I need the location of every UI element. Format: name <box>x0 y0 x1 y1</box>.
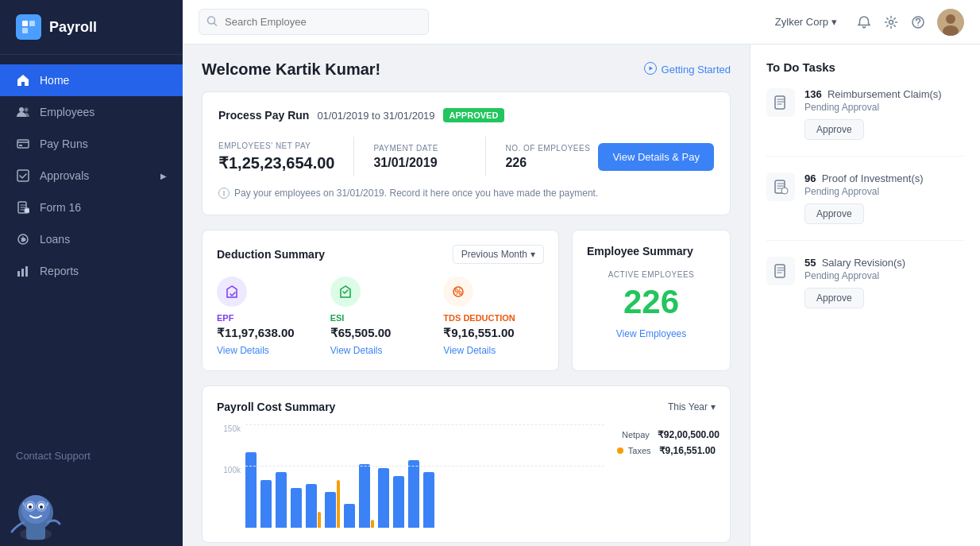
svg-rect-13 <box>25 266 28 277</box>
year-chevron-icon: ▾ <box>711 401 716 412</box>
chart-legend: Netpay ₹92,00,500.00 Taxes ₹9,16,551.00 <box>604 424 716 528</box>
search-container <box>199 9 429 35</box>
topbar: Zylker Corp ▾ <box>183 0 980 45</box>
right-panel: To Do Tasks 136 Reimbursement Claim(s) P… <box>750 45 980 546</box>
cost-chart: 150k 100k <box>217 424 716 528</box>
bar-netpay-2 <box>276 472 287 528</box>
sidebar-item-home[interactable]: Home <box>0 64 183 96</box>
todo-title: To Do Tasks <box>766 60 964 74</box>
bar-group-5 <box>325 480 340 528</box>
sidebar-item-payruns[interactable]: Pay Runs <box>0 128 183 160</box>
form16-icon <box>16 200 30 215</box>
esi-label: ESI <box>330 313 431 323</box>
payment-date-value: 31/01/2019 <box>373 156 466 170</box>
sidebar: Payroll Home Employees Pay Runs Approval… <box>0 0 183 546</box>
bar-netpay-8 <box>378 468 389 528</box>
sidebar-item-loans[interactable]: Loans <box>0 223 183 255</box>
bar-netpay-10 <box>408 460 419 528</box>
todo-text-salary: 55 Salary Revision(s) <box>804 257 964 269</box>
reimbursement-sub: Pending Approval <box>804 102 964 113</box>
reimbursement-approve-button[interactable]: Approve <box>804 119 864 140</box>
deduction-items: EPF ₹11,97,638.00 View Details ESI ₹65,5… <box>217 277 544 356</box>
company-selector[interactable]: Zylker Corp ▾ <box>775 16 837 28</box>
svg-point-37 <box>781 188 788 194</box>
investment-approve-button[interactable]: Approve <box>804 203 864 224</box>
bar-taxes-5 <box>337 480 340 528</box>
todo-item-reimbursement: 136 Reimbursement Claim(s) Pending Appro… <box>766 88 964 157</box>
avatar[interactable] <box>937 9 964 36</box>
esi-view-details-link[interactable]: View Details <box>330 345 431 356</box>
getting-started-label: Getting Started <box>662 64 731 76</box>
sidebar-item-form16[interactable]: Form 16 <box>0 192 183 223</box>
main-area: Zylker Corp ▾ Welcome Kartik Kumar! <box>183 0 980 546</box>
payrun-header: Process Pay Run 01/01/2019 to 31/01/2019… <box>218 108 714 122</box>
welcome-title: Welcome Kartik Kumar! <box>202 60 380 79</box>
bar-group-2 <box>276 472 287 528</box>
bars-container <box>245 424 604 528</box>
payrun-card: Process Pay Run 01/01/2019 to 31/01/2019… <box>202 91 731 215</box>
svg-point-4 <box>25 108 29 112</box>
svg-point-27 <box>917 25 919 26</box>
epf-view-details-link[interactable]: View Details <box>217 345 318 356</box>
payrun-note: Pay your employees on 31/01/2019. Record… <box>218 188 714 199</box>
salary-icon <box>766 257 795 285</box>
cost-title: Payroll Cost Summary <box>217 401 335 413</box>
employees-icon <box>16 105 30 119</box>
summary-row: Deduction Summary Previous Month ▾ EP <box>202 230 731 371</box>
sidebar-item-reports[interactable]: Reports <box>0 255 183 287</box>
view-employees-link[interactable]: View Employees <box>587 328 716 339</box>
investment-sub: Pending Approval <box>804 186 964 197</box>
svg-rect-38 <box>775 265 785 277</box>
payrun-no-employees: NO. OF EMPLOYEES 226 <box>505 144 598 170</box>
payrun-payment-date: PAYMENT DATE 31/01/2019 <box>373 144 466 170</box>
legend-netpay: Netpay ₹92,00,500.00 <box>617 429 716 440</box>
legend-taxes: Taxes ₹9,16,551.00 <box>617 445 716 456</box>
todo-text-investment: 96 Proof of Investment(s) <box>804 172 964 184</box>
employee-summary-card: Employee Summary ACTIVE EMPLOYEES 226 Vi… <box>572 230 731 371</box>
svg-rect-35 <box>775 96 785 109</box>
notification-icon[interactable] <box>856 14 872 30</box>
tds-value: ₹9,16,551.00 <box>443 326 544 340</box>
todo-item-salary: 55 Salary Revision(s) Pending Approval A… <box>766 257 964 324</box>
help-icon[interactable] <box>910 14 926 30</box>
bar-taxes-4 <box>318 512 321 528</box>
payroll-cost-card: Payroll Cost Summary This Year ▾ 150k 10… <box>202 385 731 543</box>
grid-label-150k: 150k <box>223 424 241 433</box>
sidebar-item-payruns-label: Pay Runs <box>40 137 88 150</box>
logo-icon <box>16 14 41 40</box>
todo-body-reimbursement: 136 Reimbursement Claim(s) Pending Appro… <box>804 88 964 140</box>
settings-icon[interactable] <box>883 14 899 30</box>
sidebar-item-employees[interactable]: Employees <box>0 96 183 128</box>
salary-sub: Pending Approval <box>804 270 964 281</box>
main-content: Welcome Kartik Kumar! Getting Started Pr… <box>183 45 750 546</box>
svg-rect-6 <box>19 145 22 146</box>
todo-item-investment: 96 Proof of Investment(s) Pending Approv… <box>766 172 964 241</box>
tds-view-details-link[interactable]: View Details <box>443 345 544 356</box>
payrun-title: Process Pay Run <box>218 109 309 122</box>
salary-count: 55 <box>804 257 816 269</box>
bar-netpay-9 <box>393 476 404 528</box>
chevron-down-icon: ▾ <box>531 249 535 260</box>
esi-value: ₹65,505.00 <box>330 326 431 340</box>
search-input[interactable] <box>199 9 429 35</box>
content: Welcome Kartik Kumar! Getting Started Pr… <box>183 45 980 546</box>
year-selector[interactable]: This Year ▾ <box>668 401 716 412</box>
svg-rect-7 <box>17 170 29 181</box>
approvals-icon <box>16 168 30 183</box>
contact-support[interactable]: Contact Support <box>0 437 183 474</box>
bar-group-1 <box>260 480 272 528</box>
sidebar-item-approvals[interactable]: Approvals ▶ <box>0 160 183 192</box>
view-details-pay-button[interactable]: View Details & Pay <box>598 143 714 171</box>
salary-label: Salary Revision(s) <box>822 257 905 269</box>
bar-group-6 <box>344 504 355 528</box>
taxes-legend-label: Taxes <box>628 446 651 455</box>
payruns-icon <box>16 137 30 151</box>
salary-approve-button[interactable]: Approve <box>804 288 864 308</box>
svg-rect-1 <box>29 21 35 26</box>
getting-started-link[interactable]: Getting Started <box>644 62 731 77</box>
mascot <box>0 474 183 546</box>
search-icon <box>206 15 218 29</box>
bar-group-3 <box>291 488 302 528</box>
loans-icon <box>16 232 30 246</box>
month-selector[interactable]: Previous Month ▾ <box>453 245 544 264</box>
